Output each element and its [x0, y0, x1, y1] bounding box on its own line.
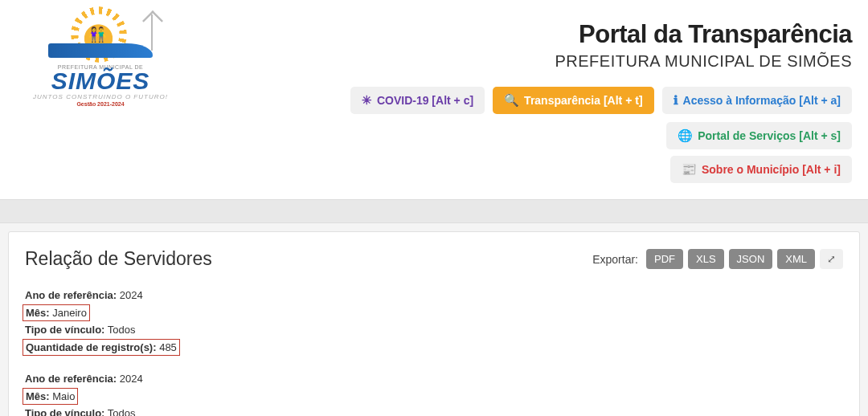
row-qtd-1: Quantidade de registro(s): 485 [25, 340, 843, 356]
highlight-mes-1: Mês: Janeiro [23, 304, 90, 322]
row-tipo-1: Tipo de vínculo: Todos [25, 322, 843, 338]
panel-header: Relação de Servidores Exportar: PDF XLS … [25, 248, 843, 270]
nav-portal-servicos-label: Portal de Serviços [Alt + s] [698, 129, 841, 142]
nav-sobre-label: Sobre o Município [Alt + i] [702, 163, 841, 176]
export-label: Exportar: [592, 253, 638, 266]
main-nav: ✳ COVID-19 [Alt + c] 🔍 Transparência [Al… [177, 87, 852, 149]
row-mes-2: Mês: Maio [25, 389, 843, 405]
nav-portal-servicos-button[interactable]: 🌐 Portal de Serviços [Alt + s] [666, 122, 852, 149]
export-area: Exportar: PDF XLS JSON XML ⤢ [592, 249, 843, 269]
highlight-qtd-1: Quantidade de registro(s): 485 [23, 339, 180, 357]
windmill-icon [151, 14, 153, 51]
label-tipo-2: Tipo de vínculo: [25, 407, 104, 416]
row-ano-2: Ano de referência: 2024 [25, 371, 843, 387]
nav-transparencia-button[interactable]: 🔍 Transparência [Alt + t] [493, 87, 653, 114]
spacer-bar [0, 199, 868, 223]
nav-sobre-button[interactable]: 📰 Sobre o Município [Alt + i] [670, 156, 852, 183]
search-icon: 🔍 [504, 93, 519, 108]
label-qtd-1: Quantidade de registro(s): [26, 341, 157, 353]
header-section: 👫 PREFEITURA MUNICIPAL DE SIMÕES JUNTOS … [0, 0, 868, 199]
nav-covid-button[interactable]: ✳ COVID-19 [Alt + c] [350, 87, 485, 114]
value-mes-1: Janeiro [52, 307, 87, 319]
main-panel: Relação de Servidores Exportar: PDF XLS … [8, 231, 860, 416]
nav-covid-label: COVID-19 [Alt + c] [377, 94, 473, 107]
logo[interactable]: 👫 PREFEITURA MUNICIPAL DE SIMÕES JUNTOS … [24, 8, 177, 107]
label-mes-2: Mês: [26, 390, 50, 402]
portal-title: Portal da Transparência [177, 20, 852, 49]
wave-shape [48, 43, 153, 58]
value-qtd-1: 485 [159, 341, 177, 353]
nav-transparencia-label: Transparência [Alt + t] [524, 94, 642, 107]
label-mes-1: Mês: [26, 307, 50, 319]
logo-main-text: SIMÕES [51, 70, 150, 93]
value-ano-1: 2024 [120, 289, 143, 301]
export-json-button[interactable]: JSON [729, 249, 773, 269]
export-pdf-button[interactable]: PDF [646, 249, 683, 269]
row-tipo-2: Tipo de vínculo: Todos [25, 406, 843, 416]
value-tipo-1: Todos [108, 324, 136, 336]
nav-acesso-label: Acesso à Informação [Alt + a] [683, 94, 841, 107]
export-xml-button[interactable]: XML [777, 249, 815, 269]
info-block-1: Ano de referência: 2024 Mês: Janeiro Tip… [25, 288, 843, 355]
highlight-mes-2: Mês: Maio [23, 388, 78, 406]
label-ano-2: Ano de referência: [25, 373, 117, 385]
panel-title: Relação de Servidores [25, 248, 212, 270]
logo-gestao-text: Gestão 2021-2024 [76, 101, 124, 107]
info-block-2: Ano de referência: 2024 Mês: Maio Tipo d… [25, 371, 843, 416]
label-ano-1: Ano de referência: [25, 289, 117, 301]
row-mes-1: Mês: Janeiro [25, 305, 843, 321]
value-tipo-2: Todos [108, 407, 136, 416]
value-mes-2: Maio [52, 390, 75, 402]
export-xls-button[interactable]: XLS [688, 249, 724, 269]
label-tipo-1: Tipo de vínculo: [25, 324, 104, 336]
logo-graphic: 👫 [48, 8, 153, 64]
people-icon: 👫 [88, 26, 106, 43]
header-right: Portal da Transparência PREFEITURA MUNIC… [177, 8, 852, 183]
logo-sub-text: JUNTOS CONSTRUINDO O FUTURO! [33, 93, 168, 100]
value-ano-2: 2024 [120, 373, 143, 385]
nav-acesso-button[interactable]: ℹ Acesso à Informação [Alt + a] [662, 87, 852, 114]
info-icon: ℹ [674, 93, 678, 108]
row-ano-1: Ano de referência: 2024 [25, 288, 843, 304]
main-nav-row-2: 📰 Sobre o Município [Alt + i] [177, 156, 852, 183]
globe-icon: 🌐 [678, 128, 693, 143]
newspaper-icon: 📰 [682, 162, 697, 177]
expand-button[interactable]: ⤢ [820, 249, 843, 269]
portal-subtitle: PREFEITURA MUNICIPAL DE SIMÕES [177, 52, 852, 71]
virus-icon: ✳ [362, 93, 372, 108]
